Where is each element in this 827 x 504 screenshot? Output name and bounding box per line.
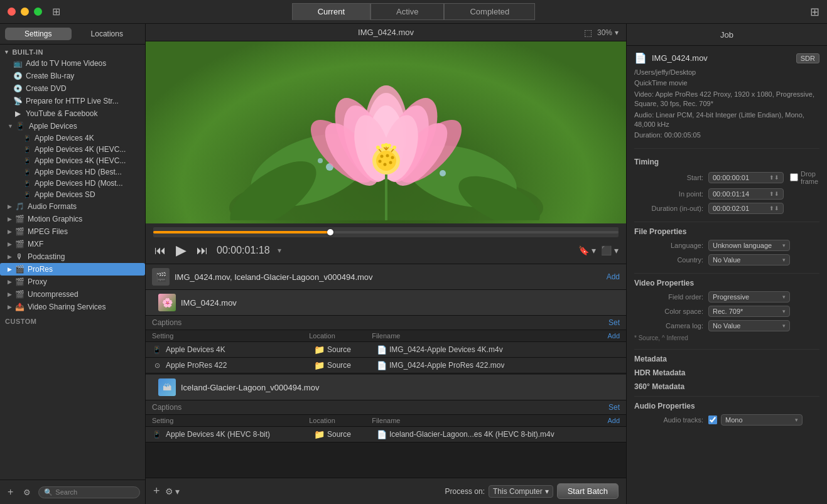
filename-text: IMG_0424-Apple Devices 4K.m4v <box>389 345 503 354</box>
section-built-in[interactable]: ▼ BUILT-IN <box>0 47 145 57</box>
sidebar-item-apple-sd[interactable]: 📱 Apple Devices SD <box>0 189 145 200</box>
color-space-dropdown[interactable]: Rec. 709* ▾ <box>708 306 790 317</box>
svg-point-35 <box>384 143 388 147</box>
sidebar-item-video-sharing[interactable]: ▶ 📤 Video Sharing Services <box>0 301 145 313</box>
sidebar-item-mxf[interactable]: ▶ 🎬 MXF <box>0 238 145 250</box>
add-preset-button[interactable]: + <box>5 485 16 499</box>
sidebar-item-apple-4k-hevc2[interactable]: 📱 Apple Devices 4K (HEVC... <box>0 155 145 166</box>
maximize-button[interactable] <box>34 8 42 16</box>
skip-forward-button[interactable]: ⏭ <box>195 243 209 259</box>
share-icon: ▶ <box>13 109 23 119</box>
sidebar-item-blu-ray[interactable]: 💿 Create Blu-ray <box>0 70 145 82</box>
tab-locations[interactable]: Locations <box>74 28 141 40</box>
sidebar-item-label: Apple Devices 4K (HEVC... <box>35 156 126 165</box>
sidebar-item-label: Apple Devices <box>29 122 77 131</box>
sidebar-item-dvd[interactable]: 💿 Create DVD <box>0 82 145 95</box>
start-batch-button[interactable]: Start Batch <box>557 483 619 499</box>
titlebar-right-controls: ⊞ <box>810 5 819 19</box>
sidebar-item-prores[interactable]: ▶ 🎬 ProRes <box>0 263 145 276</box>
zoom-control[interactable]: 30% ▾ <box>597 28 619 37</box>
file2-captions-row: Captions Set <box>146 400 626 415</box>
sidebar-item-add-tv[interactable]: 📺 Add to TV Home Videos <box>0 57 145 70</box>
tab-settings[interactable]: Settings <box>5 28 72 40</box>
duration-chevron-icon: ⬆⬇ <box>769 205 779 212</box>
sidebar-item-mpeg[interactable]: ▶ 🎬 MPEG Files <box>0 225 145 238</box>
col-setting-header: Setting <box>152 417 309 424</box>
minimize-button[interactable] <box>21 8 29 16</box>
audio-tracks-dropdown[interactable]: Mono ▾ <box>721 414 803 426</box>
language-row: Language: Unknown language ▾ <box>634 240 819 251</box>
metadata-section[interactable]: Metadata <box>634 355 819 363</box>
video-properties-title: Video Properties <box>634 279 819 287</box>
scrubber[interactable] <box>153 227 619 237</box>
audio-tracks-checkbox[interactable] <box>708 416 717 424</box>
sidebar-item-http-live[interactable]: 📡 Prepare for HTTP Live Str... <box>0 95 145 107</box>
360-metadata-section[interactable]: 360° Metadata <box>634 382 819 391</box>
col-add-button[interactable]: Add <box>607 332 620 340</box>
timing-title: Timing <box>634 158 819 166</box>
lotus-flower-svg <box>223 45 549 220</box>
layout-icon[interactable]: ⊞ <box>810 6 819 18</box>
device-icon: 📱 <box>23 145 31 154</box>
timing-start-dropdown[interactable]: 00:00:00:01 ⬆⬇ <box>708 172 784 183</box>
col-add-button[interactable]: Add <box>607 417 620 424</box>
device-icon: 📱 <box>23 134 31 142</box>
country-dropdown[interactable]: No Value ▾ <box>708 254 790 265</box>
sidebar-item-apple-hd-most[interactable]: 📱 Apple Devices HD (Most... <box>0 178 145 189</box>
add-job-button[interactable]: + <box>153 485 160 498</box>
captions-label: Captions <box>152 318 608 327</box>
monitor-button[interactable]: ⬛ ▾ <box>601 245 619 255</box>
job-group-add-button[interactable]: Add <box>607 272 620 281</box>
table-row: 📱 Apple Devices 4K 📁 Source 📄 IMG_0424-A… <box>146 342 626 358</box>
tab-current[interactable]: Current <box>292 3 370 20</box>
sidebar-item-uncompressed[interactable]: ▶ 🎬 Uncompressed <box>0 288 145 301</box>
sidebar-item-youtube[interactable]: ▶ YouTube & Facebook <box>0 107 145 120</box>
sidebar-item-podcasting[interactable]: ▶ 🎙 Podcasting <box>0 250 145 263</box>
sidebar-item-label: Motion Graphics <box>28 215 82 223</box>
tab-active[interactable]: Active <box>370 3 444 20</box>
scrubber-handle[interactable] <box>327 229 333 235</box>
timecode-display[interactable]: 00:00:01:18 <box>217 245 270 256</box>
job-settings-button[interactable]: ⚙ ▾ <box>165 486 180 496</box>
language-dropdown[interactable]: Unknown language ▾ <box>708 240 790 251</box>
captions-set-button[interactable]: Set <box>608 403 620 412</box>
sidebar-item-apple-hd-best[interactable]: 📱 Apple Devices HD (Best... <box>0 166 145 178</box>
play-button[interactable]: ▶ <box>175 241 188 260</box>
hdr-metadata-section[interactable]: HDR Metadata <box>634 368 819 377</box>
sidebar-item-label: ProRes <box>28 265 53 274</box>
sidebar-toggle-icon[interactable]: ⊞ <box>52 6 60 18</box>
language-label: Language: <box>634 242 703 249</box>
right-panel-header: Job <box>627 24 827 46</box>
svg-point-25 <box>391 156 394 159</box>
close-button[interactable] <box>8 8 16 16</box>
row1-filename: 📄 IMG_0424-Apple Devices 4K.m4v <box>377 345 620 355</box>
camera-log-dropdown[interactable]: No Value ▾ <box>708 320 790 331</box>
sidebar-item-label: Audio Formats <box>28 202 77 211</box>
timing-start-value: 00:00:00:01 <box>713 174 749 181</box>
timing-duration-dropdown[interactable]: 00:00:02:01 ⬆⬇ <box>708 203 784 214</box>
search-bar[interactable]: 🔍 Search <box>38 486 140 498</box>
country-row: Country: No Value ▾ <box>634 254 819 265</box>
captions-set-button[interactable]: Set <box>608 318 620 327</box>
sidebar-item-apple-devices[interactable]: ▼ 📱 Apple Devices <box>0 120 145 132</box>
tab-completed[interactable]: Completed <box>444 3 535 20</box>
arrow-icon: ▶ <box>8 241 12 247</box>
field-order-dropdown[interactable]: Progressive ▾ <box>708 291 790 303</box>
sidebar-item-apple-4k-hevc1[interactable]: 📱 Apple Devices 4K (HEVC... <box>0 144 145 155</box>
skip-back-button[interactable]: ⏮ <box>153 243 167 259</box>
process-dropdown[interactable]: This Computer ▾ <box>489 485 553 498</box>
drop-frame-checkbox[interactable] <box>790 173 798 181</box>
color-space-label: Color space: <box>634 308 703 315</box>
bookmark-button[interactable]: 🔖 ▾ <box>578 245 596 255</box>
setting-name: Apple Devices 4K (HEVC 8-bit) <box>166 430 270 439</box>
sidebar-item-motion-graphics[interactable]: ▶ 🎬 Motion Graphics <box>0 213 145 225</box>
sidebar-item-audio-formats[interactable]: ▶ 🎵 Audio Formats <box>0 200 145 213</box>
sidebar-item-proxy[interactable]: ▶ 🎬 Proxy <box>0 276 145 288</box>
timecode-dropdown[interactable]: ▾ <box>278 246 281 255</box>
sidebar-item-apple-4k[interactable]: 📱 Apple Devices 4K <box>0 132 145 144</box>
field-order-row: Field order: Progressive ▾ <box>634 291 819 303</box>
settings-button[interactable]: ⚙ <box>21 486 33 498</box>
motion-icon: 🎬 <box>14 214 24 224</box>
timing-inpoint-dropdown[interactable]: 00:00:01:14 ⬆⬇ <box>708 188 784 200</box>
location-name: Source <box>327 345 351 354</box>
